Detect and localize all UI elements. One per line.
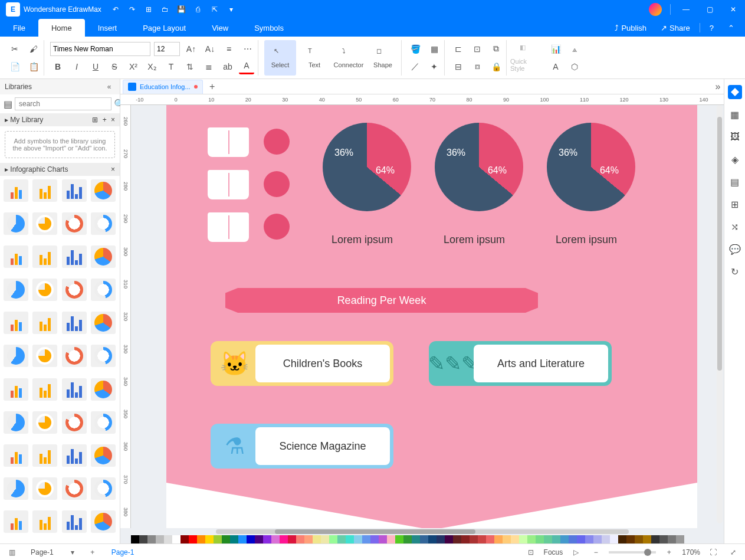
library-shape-thumb[interactable] xyxy=(4,378,28,401)
vertical-scrollbar[interactable] xyxy=(717,105,723,523)
menu-file[interactable]: File xyxy=(0,19,38,37)
canvas[interactable]: 36% 64% Lorem ipsum 36% 64% Lorem ipsum … xyxy=(166,105,697,528)
library-shape-thumb[interactable] xyxy=(91,179,116,202)
library-shape-thumb[interactable] xyxy=(91,510,116,533)
maximize-button[interactable]: ▢ xyxy=(698,0,721,19)
library-shape-thumb[interactable] xyxy=(32,212,57,235)
more-icon[interactable]: ▾ xyxy=(223,0,239,19)
library-shape-thumb[interactable] xyxy=(62,411,87,434)
present-icon[interactable]: ▷ xyxy=(569,545,583,559)
quick-style-button[interactable]: ◧Quick Style xyxy=(510,40,542,76)
color-swatch[interactable] xyxy=(610,535,618,543)
color-swatch[interactable] xyxy=(321,535,329,543)
color-swatch[interactable] xyxy=(255,535,263,543)
color-swatch[interactable] xyxy=(189,535,197,543)
user-avatar[interactable] xyxy=(649,3,662,16)
library-shape-thumb[interactable] xyxy=(62,345,87,367)
color-swatch[interactable] xyxy=(362,535,370,543)
color-swatch[interactable] xyxy=(412,535,420,543)
select-tool[interactable]: ↖Select xyxy=(264,40,296,76)
subscript-icon[interactable]: X₂ xyxy=(145,59,160,74)
publish-button[interactable]: ⤴Publish xyxy=(610,24,651,32)
color-swatch[interactable] xyxy=(403,535,412,543)
color-swatch[interactable] xyxy=(494,535,503,543)
color-swatch[interactable] xyxy=(643,535,651,543)
color-swatch[interactable] xyxy=(280,535,288,543)
library-shape-thumb[interactable] xyxy=(32,378,57,401)
help-icon[interactable]: ? xyxy=(705,24,718,32)
color-swatch[interactable] xyxy=(370,535,379,543)
color-swatch[interactable] xyxy=(395,535,403,543)
crop-icon[interactable]: ⟁ xyxy=(567,41,582,57)
color-swatch[interactable] xyxy=(420,535,428,543)
fullscreen-icon[interactable]: ⤢ xyxy=(726,545,740,559)
library-shape-thumb[interactable] xyxy=(91,411,116,434)
library-shape-thumb[interactable] xyxy=(62,212,87,235)
library-shape-thumb[interactable] xyxy=(62,245,87,268)
pie-caption[interactable]: Lorem ipsum xyxy=(332,234,393,246)
color-swatch[interactable] xyxy=(313,535,321,543)
library-shape-thumb[interactable] xyxy=(91,212,116,235)
align-text-icon[interactable]: ≡ xyxy=(221,41,237,57)
color-swatch[interactable] xyxy=(593,535,602,543)
color-swatch[interactable] xyxy=(536,535,544,543)
color-swatch[interactable] xyxy=(147,535,156,543)
focus-icon[interactable]: ⊡ xyxy=(524,545,538,559)
decrease-font-icon[interactable]: A↓ xyxy=(202,41,218,57)
color-swatch[interactable] xyxy=(577,535,585,543)
more-text-icon[interactable]: ⋯ xyxy=(240,41,255,57)
shape-tool[interactable]: ◻Shape xyxy=(367,40,399,76)
fit-page-icon[interactable]: ⛶ xyxy=(706,545,720,559)
library-shape-thumb[interactable] xyxy=(4,510,28,533)
fill-icon[interactable]: 🪣 xyxy=(408,41,423,57)
color-swatch[interactable] xyxy=(346,535,354,543)
library-shape-thumb[interactable] xyxy=(62,312,87,334)
underline-icon[interactable]: U xyxy=(88,59,103,74)
shadow-icon[interactable]: ▦ xyxy=(426,41,442,57)
color-swatch[interactable] xyxy=(626,535,635,543)
library-search-input[interactable] xyxy=(15,97,111,110)
layers-icon[interactable]: ◈ xyxy=(728,152,742,166)
color-swatch[interactable] xyxy=(602,535,610,543)
superscript-icon[interactable]: X² xyxy=(126,59,141,74)
library-shape-thumb[interactable] xyxy=(32,510,57,533)
lock-icon[interactable]: 🔒 xyxy=(488,59,504,74)
menu-view[interactable]: View xyxy=(199,19,241,37)
page-panels-icon[interactable]: ▥ xyxy=(5,545,19,559)
infographic-charts-section[interactable]: Infographic Charts xyxy=(10,165,68,173)
pie-chart[interactable]: 36% 64% xyxy=(547,123,635,211)
zoom-in-icon[interactable]: + xyxy=(662,545,676,559)
color-swatch[interactable] xyxy=(156,535,164,543)
line-icon[interactable]: ／ xyxy=(408,59,423,74)
library-shape-thumb[interactable] xyxy=(62,477,87,500)
color-swatch[interactable] xyxy=(461,535,470,543)
font-size-select[interactable] xyxy=(154,42,180,56)
color-swatch[interactable] xyxy=(618,535,626,543)
color-swatch[interactable] xyxy=(527,535,536,543)
page-tab-active[interactable]: Page-1 xyxy=(106,548,140,556)
book-icon[interactable] xyxy=(208,212,249,242)
close-section-icon[interactable]: × xyxy=(111,165,115,173)
color-swatch[interactable] xyxy=(676,535,684,543)
new-icon[interactable]: ⊞ xyxy=(140,0,157,19)
distribute-icon[interactable]: ⊡ xyxy=(470,41,485,57)
library-shape-thumb[interactable] xyxy=(32,279,57,301)
pie-caption[interactable]: Lorem ipsum xyxy=(444,234,505,246)
library-shape-thumb[interactable] xyxy=(4,179,28,202)
menu-home[interactable]: Home xyxy=(38,19,85,37)
library-shape-thumb[interactable] xyxy=(32,444,57,467)
chart-icon[interactable]: 📊 xyxy=(548,41,563,57)
library-shape-thumb[interactable] xyxy=(4,212,28,235)
close-button[interactable]: ✕ xyxy=(721,0,745,19)
library-shape-thumb[interactable] xyxy=(32,179,57,202)
arrange-icon[interactable]: ⊞ xyxy=(728,197,742,211)
add-tab-icon[interactable]: + xyxy=(205,80,219,94)
zoom-level[interactable]: 170% xyxy=(682,548,700,556)
close-section-icon[interactable]: × xyxy=(111,116,115,124)
my-library-section[interactable]: My Library xyxy=(10,116,43,124)
open-icon[interactable]: 🗀 xyxy=(157,0,173,19)
color-swatch[interactable] xyxy=(445,535,453,543)
text-case-icon[interactable]: T xyxy=(163,59,179,74)
effects-icon[interactable]: ✦ xyxy=(426,59,442,74)
color-swatch[interactable] xyxy=(271,535,280,543)
